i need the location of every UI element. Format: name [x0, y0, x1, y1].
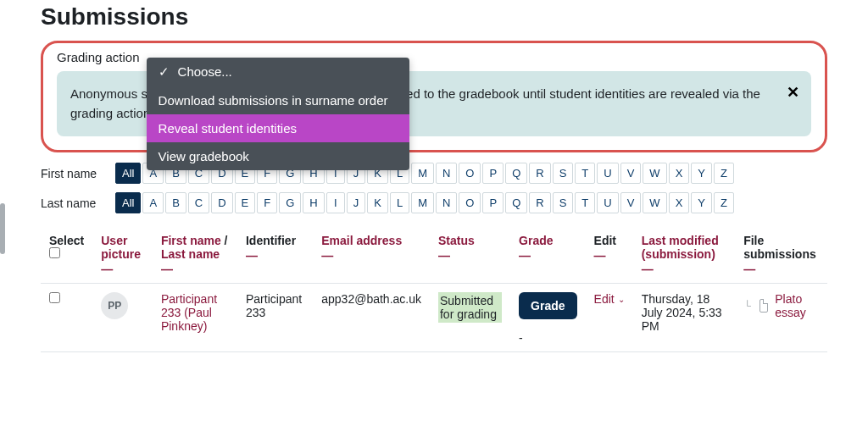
- col-edit: Edit —: [586, 225, 633, 284]
- edit-menu[interactable]: Edit ⌄: [594, 292, 625, 306]
- file-icon: [760, 299, 769, 313]
- sort-indicator: —: [161, 263, 229, 276]
- col-file: File submissions —: [735, 225, 827, 284]
- firstname-filter-label: First name: [41, 167, 107, 180]
- participant-name-link[interactable]: Participant 233 (Paul Pinkney): [161, 292, 217, 333]
- col-status: Status —: [430, 225, 510, 284]
- grade-button[interactable]: Grade: [519, 292, 576, 319]
- lastname-pill-d[interactable]: D: [211, 192, 232, 213]
- annotation-highlight: Grading action Choose... Download submis…: [41, 41, 827, 152]
- grade-value: -: [519, 331, 576, 345]
- email-value: app32@bath.ac.uk: [321, 292, 421, 306]
- lastname-pill-n[interactable]: N: [436, 192, 457, 213]
- edit-label: Edit: [594, 292, 615, 306]
- lastname-pill-c[interactable]: C: [188, 192, 209, 213]
- firstname-pill-q[interactable]: Q: [505, 163, 527, 184]
- file-link[interactable]: Plato essay: [775, 292, 819, 319]
- col-grade: Grade —: [510, 225, 585, 284]
- firstname-pill-y[interactable]: Y: [691, 163, 712, 184]
- sort-indicator: —: [594, 249, 625, 263]
- sort-status[interactable]: Status: [438, 234, 475, 247]
- tree-branch-icon: └: [743, 300, 751, 312]
- grading-option-download[interactable]: Download submissions in surname order: [147, 86, 409, 114]
- col-select: Select: [41, 225, 92, 284]
- page-title: Submissions: [41, 3, 827, 30]
- lastname-pill-a[interactable]: A: [142, 192, 164, 213]
- lastname-pill-i[interactable]: I: [326, 192, 345, 213]
- grading-option-reveal[interactable]: Reveal student identities: [147, 114, 409, 142]
- firstname-pill-s[interactable]: S: [553, 163, 574, 184]
- last-modified-value: Thursday, 18 July 2024, 5:33 PM: [642, 292, 722, 333]
- lastname-pill-p[interactable]: P: [482, 192, 504, 213]
- firstname-pill-z[interactable]: Z: [714, 163, 734, 184]
- firstname-pill-o[interactable]: O: [459, 163, 481, 184]
- alert-close-button[interactable]: ✕: [787, 83, 799, 102]
- page-scroll-indicator: [0, 203, 5, 254]
- sort-indicator: —: [519, 249, 576, 263]
- lastname-pill-m[interactable]: M: [411, 192, 434, 213]
- lastname-pill-r[interactable]: R: [529, 192, 550, 213]
- firstname-pill-m[interactable]: M: [411, 163, 434, 184]
- lastname-pill-t[interactable]: T: [575, 192, 595, 213]
- lastname-pill-u[interactable]: U: [597, 192, 618, 213]
- firstname-pill-w[interactable]: W: [643, 163, 666, 184]
- col-picture: User picture —: [92, 225, 153, 284]
- firstname-pill-p[interactable]: P: [482, 163, 504, 184]
- sort-indicator: —: [438, 249, 502, 263]
- lastname-pill-l[interactable]: L: [390, 192, 409, 213]
- lastname-pill-v[interactable]: V: [620, 192, 642, 213]
- col-name: First name / Last name —: [153, 225, 237, 284]
- sort-indicator: —: [246, 249, 304, 263]
- grading-action-menu: Choose... Download submissions in surnam…: [147, 58, 409, 170]
- table-row: PP Participant 233 (Paul Pinkney) Partic…: [41, 284, 827, 352]
- sort-indicator: —: [321, 249, 421, 263]
- chevron-down-icon: ⌄: [618, 295, 625, 304]
- sort-grade[interactable]: Grade: [519, 234, 553, 247]
- lastname-pill-e[interactable]: E: [235, 192, 256, 213]
- lastname-pill-b[interactable]: B: [165, 192, 186, 213]
- lastname-pill-z[interactable]: Z: [714, 192, 734, 213]
- lastname-pill-j[interactable]: J: [347, 192, 366, 213]
- firstname-pill-n[interactable]: N: [436, 163, 457, 184]
- firstname-pill-r[interactable]: R: [529, 163, 550, 184]
- firstname-pill-all[interactable]: All: [115, 163, 141, 184]
- sort-indicator: —: [642, 263, 726, 276]
- lastname-pill-f[interactable]: F: [257, 192, 277, 213]
- lastname-pill-x[interactable]: X: [669, 192, 690, 213]
- status-badge: Submitted for grading: [438, 292, 502, 323]
- sort-indicator: —: [743, 263, 819, 276]
- col-identifier: Identifier —: [237, 225, 313, 284]
- sort-email[interactable]: Email address: [321, 234, 402, 247]
- grading-action-label: Grading action: [57, 50, 140, 64]
- grading-option-choose[interactable]: Choose...: [147, 58, 409, 86]
- grading-option-gradebook[interactable]: View gradebook: [147, 142, 409, 170]
- submissions-table: Select User picture — First name / Last …: [41, 225, 827, 352]
- lastname-pill-o[interactable]: O: [459, 192, 481, 213]
- col-email: Email address —: [313, 225, 430, 284]
- lastname-pill-w[interactable]: W: [643, 192, 666, 213]
- row-select-checkbox[interactable]: [49, 292, 60, 303]
- avatar: PP: [101, 292, 128, 319]
- sort-last-name[interactable]: Last name: [161, 247, 220, 261]
- sort-user-picture[interactable]: User picture: [101, 234, 141, 261]
- sort-first-name[interactable]: First name: [161, 234, 221, 247]
- lastname-filter-label: Last name: [41, 196, 107, 210]
- identifier-value: Participant 233: [246, 292, 302, 319]
- sort-indicator: —: [101, 263, 144, 276]
- select-all-checkbox[interactable]: [49, 247, 60, 258]
- firstname-pill-v[interactable]: V: [620, 163, 642, 184]
- lastname-pill-y[interactable]: Y: [691, 192, 712, 213]
- lastname-filter: Last name AllABCDEFGHIJKLMNOPQRSTUVWXYZ: [41, 192, 827, 213]
- sort-last-modified[interactable]: Last modified (submission): [642, 234, 719, 261]
- lastname-pill-g[interactable]: G: [279, 192, 301, 213]
- lastname-pill-s[interactable]: S: [553, 192, 574, 213]
- col-last-modified: Last modified (submission) —: [633, 225, 735, 284]
- lastname-pill-q[interactable]: Q: [505, 192, 527, 213]
- lastname-pill-all[interactable]: All: [115, 192, 141, 213]
- lastname-pill-k[interactable]: K: [367, 192, 388, 213]
- firstname-pill-u[interactable]: U: [597, 163, 618, 184]
- firstname-pill-t[interactable]: T: [575, 163, 595, 184]
- lastname-pill-h[interactable]: H: [303, 192, 324, 213]
- firstname-pill-x[interactable]: X: [669, 163, 690, 184]
